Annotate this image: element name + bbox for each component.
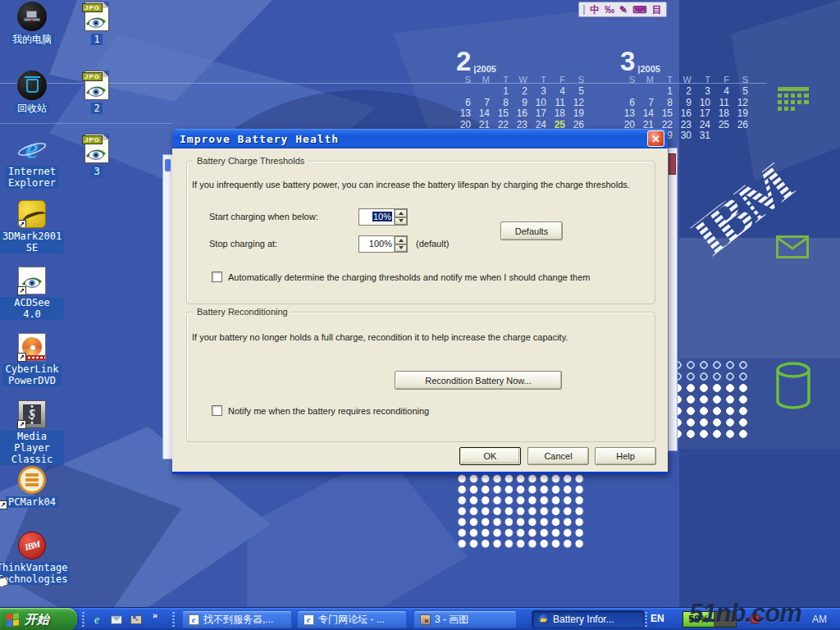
auto-determine-checkbox-label[interactable]: Automatically determine the charging thr… xyxy=(228,272,590,282)
defaults-button[interactable]: Defaults xyxy=(500,221,563,240)
task-button-label: Battery Infor... xyxy=(553,614,614,625)
desktop-icon-media-player-classic[interactable]: S↗Media Player Classic xyxy=(0,400,64,465)
paint-icon xyxy=(419,614,431,625)
start-charging-value[interactable]: 10% xyxy=(372,212,392,221)
ie-page-icon: e xyxy=(188,614,199,625)
ime-chinese-indicator[interactable]: 中 xyxy=(590,3,600,16)
spin-down-button[interactable] xyxy=(395,217,407,226)
help-button[interactable]: Help xyxy=(595,447,656,465)
ime-menu-icon[interactable]: 目 xyxy=(651,3,661,16)
desktop-icon-label: 我的电脑 xyxy=(10,34,54,45)
ie-icon: e xyxy=(94,613,100,627)
charge-thresholds-description: If you infrequently use battery power, y… xyxy=(192,180,630,189)
desktop-icon-label: 3 xyxy=(91,166,102,177)
task-button-label: 3 - 画图 xyxy=(435,613,468,627)
jpg-badge: JPG xyxy=(82,135,103,144)
internet-explorer-icon: e xyxy=(16,134,48,163)
quick-launch-overflow-chevron[interactable]: » xyxy=(153,610,158,620)
show-desktop-icon xyxy=(130,615,142,624)
language-bar[interactable]: 中‰✎⌨目 xyxy=(578,2,667,17)
improve-battery-health-dialog: Improve Battery Health ✕ Battery Charge … xyxy=(172,129,668,474)
close-button[interactable]: ✕ xyxy=(647,130,664,147)
desktop-icon-cyberlink-powerdvd[interactable]: ↗CyberLink PowerDVD xyxy=(0,333,64,386)
mail-icon xyxy=(111,615,122,624)
jpg-badge: JPG xyxy=(82,3,103,12)
acdsee-icon: ↗ xyxy=(18,267,46,294)
start-charging-label: Start charging when below: xyxy=(209,212,318,221)
desktop-icon-thinkvantage-technologies[interactable]: IBM↗ThinkVantage Technologies xyxy=(0,532,64,585)
stop-charging-spinner[interactable]: 100% xyxy=(358,235,408,253)
jpg-badge: JPG xyxy=(82,72,103,81)
dialog-title: Improve Battery Health xyxy=(180,133,647,145)
keyboard-icon[interactable]: ⌨ xyxy=(632,3,646,16)
down-arrow-icon xyxy=(399,246,404,252)
taskbar-separator xyxy=(645,611,647,628)
spin-up-button[interactable] xyxy=(395,236,407,244)
reconditioning-description: If your battery no longer holds a full c… xyxy=(192,332,568,342)
desktop-icon-label: 2 xyxy=(91,103,102,114)
my-computer-icon xyxy=(17,2,47,31)
powerdvd-icon: ↗ xyxy=(18,333,46,361)
recondition-battery-now-button[interactable]: Recondition Battery Now... xyxy=(395,371,562,390)
stop-charging-value[interactable]: 100% xyxy=(369,239,392,249)
desktop-icon-label: PCMark04 xyxy=(6,496,58,508)
dialog-titlebar[interactable]: Improve Battery Health ✕ xyxy=(172,129,668,148)
desktop-icon-recycle-bin[interactable]: 回收站 xyxy=(0,71,64,114)
desktop-icon-label: 3DMark2001 SE xyxy=(0,231,64,253)
desktop-icon-jpg-file-2[interactable]: JPG2 xyxy=(65,71,129,114)
up-arrow-icon xyxy=(399,209,404,215)
shortcut-arrow-icon: ↗ xyxy=(17,286,26,295)
desktop-icon-label: ThinkVantage Technologies xyxy=(0,562,70,585)
desktop-icon-acdsee-40[interactable]: ↗ACDSee 4.0 xyxy=(0,267,64,320)
start-button-label: 开始 xyxy=(25,612,49,628)
desktop-icon-3dmark2001-se[interactable]: ↗3DMark2001 SE xyxy=(0,200,64,253)
desktop-icon-my-computer[interactable]: 我的电脑 xyxy=(0,2,64,45)
taskbar-separator xyxy=(82,611,84,628)
start-charging-spinner[interactable]: 10% xyxy=(358,208,408,226)
group-label: Battery Reconditioning xyxy=(194,307,291,317)
recycle-bin-icon xyxy=(17,71,47,100)
jpg-file-icon: JPG xyxy=(84,2,109,31)
battery-info-icon xyxy=(537,614,549,625)
auto-determine-checkbox[interactable] xyxy=(212,272,222,282)
cancel-button[interactable]: Cancel xyxy=(527,447,589,465)
notify-reconditioning-checkbox-label[interactable]: Notify me when the battery requires reco… xyxy=(228,406,429,416)
task-button-label: 专门网论坛 - ... xyxy=(318,613,385,627)
desktop-icon-jpg-file-3[interactable]: JPG3 xyxy=(65,134,129,177)
shortcut-arrow-icon: ↗ xyxy=(17,353,26,362)
ime-pen-icon[interactable]: ✎ xyxy=(619,3,628,16)
battery-information-window-edge[interactable] xyxy=(668,148,678,451)
notify-reconditioning-checkbox[interactable] xyxy=(212,405,222,416)
quick-launch-ie-icon[interactable]: e xyxy=(90,613,103,626)
spin-up-button[interactable] xyxy=(395,209,407,217)
group-label: Battery Charge Thresholds xyxy=(194,156,308,166)
pcmark04-icon: ↗ xyxy=(18,466,46,494)
quick-launch-mail-icon[interactable] xyxy=(110,613,123,626)
default-note: (default) xyxy=(416,239,449,249)
shortcut-arrow-icon: ↗ xyxy=(17,420,26,429)
language-indicator[interactable]: EN xyxy=(651,613,664,624)
task-button-label: 找不到服务器,... xyxy=(203,613,273,627)
desktop-icon-jpg-file-1[interactable]: JPG1 xyxy=(65,2,129,45)
jpg-file-icon: JPG xyxy=(84,134,109,163)
task-button-4[interactable]: Battery Infor... xyxy=(532,610,645,628)
ok-button[interactable]: OK xyxy=(459,447,521,465)
51nb-watermark: 51nb.com xyxy=(689,599,801,628)
task-button-1[interactable]: e找不到服务器,... xyxy=(182,610,292,628)
language-bar-grip[interactable] xyxy=(583,5,585,15)
thinkvantage-icon: IBM↗ xyxy=(18,532,46,559)
ime-mode-icon[interactable]: ‰ xyxy=(605,3,614,16)
task-button-2[interactable]: e专门网论坛 - ... xyxy=(297,610,407,628)
start-button[interactable]: 开始 xyxy=(0,608,77,630)
desktop-icon-internet-explorer[interactable]: eInternet Explorer xyxy=(0,134,64,189)
desktop-icon-label: Media Player Classic xyxy=(0,431,64,465)
task-button-3[interactable]: 3 - 画图 xyxy=(413,610,517,628)
desktop-icon-label: CyberLink PowerDVD xyxy=(2,363,61,386)
dialog-body: Battery Charge Thresholds If you infrequ… xyxy=(172,148,668,472)
quick-launch-show-desktop-icon[interactable] xyxy=(130,613,143,626)
shortcut-arrow-icon: ↗ xyxy=(18,220,26,228)
desktop-icon-pcmark04[interactable]: ↗PCMark04 xyxy=(0,466,64,508)
tray-clock: AM xyxy=(812,614,827,625)
spin-down-button[interactable] xyxy=(395,244,407,253)
window-icon-chip xyxy=(165,159,171,171)
